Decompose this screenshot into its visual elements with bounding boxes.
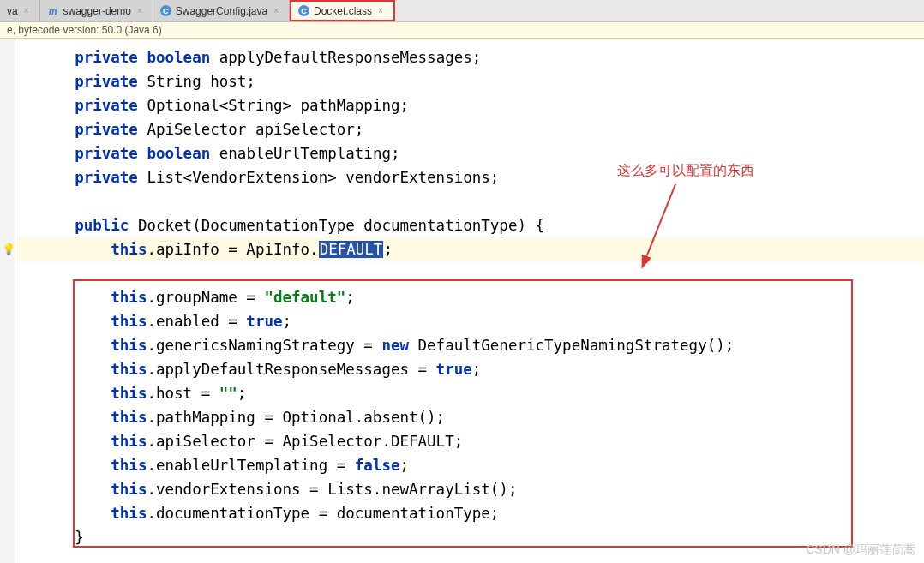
annotation-text: 这么多可以配置的东西 <box>617 162 754 180</box>
code-editor[interactable]: 💡 private boolean applyDefaultResponseMe… <box>0 39 924 563</box>
decompile-info-bar: e, bytecode version: 50.0 (Java 6) <box>0 22 924 39</box>
close-icon[interactable]: × <box>376 6 385 15</box>
tab-docket-class[interactable]: C Docket.class × <box>290 0 395 21</box>
tab-swagger-demo[interactable]: m swagger-demo × <box>40 0 153 21</box>
java-class-icon: C <box>160 5 171 16</box>
editor-gutter <box>0 39 15 563</box>
code-content[interactable]: private boolean applyDefaultResponseMess… <box>17 45 924 549</box>
watermark: CSDN @玛丽莲茼蒿 <box>806 542 915 558</box>
tab-swaggerconfig[interactable]: C SwaggerConfig.java × <box>153 0 290 21</box>
editor-tabs: va × m swagger-demo × C SwaggerConfig.ja… <box>0 0 924 22</box>
intention-bulb-icon[interactable]: 💡 <box>2 243 15 255</box>
close-icon[interactable]: × <box>272 6 280 15</box>
tab-label: SwaggerConfig.java <box>176 5 267 17</box>
maven-icon: m <box>47 5 59 17</box>
java-class-icon: C <box>298 5 309 16</box>
close-icon[interactable]: × <box>22 6 31 15</box>
tab-va[interactable]: va × <box>0 0 40 21</box>
tab-label: swagger-demo <box>63 5 131 17</box>
tab-label: Docket.class <box>314 5 372 17</box>
selected-text: DEFAULT <box>319 241 384 258</box>
tab-label: va <box>7 5 18 17</box>
close-icon[interactable]: × <box>135 6 144 15</box>
info-text: e, bytecode version: 50.0 (Java 6) <box>7 24 162 36</box>
